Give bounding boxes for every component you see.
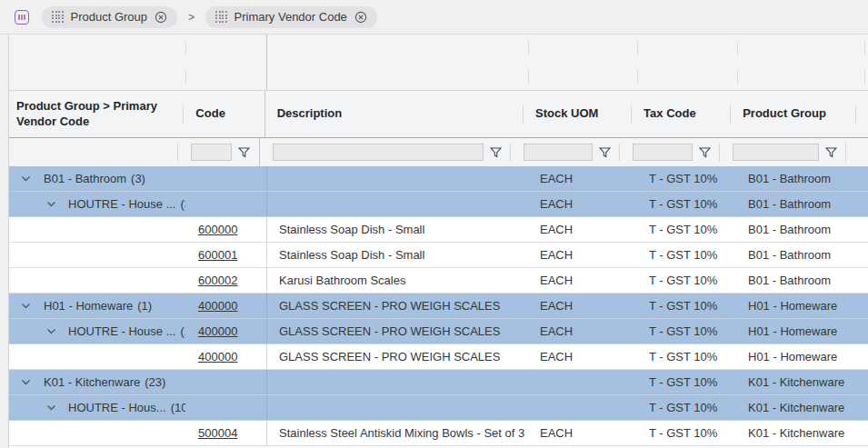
product-group-cell: B01 - Bathroom xyxy=(737,243,863,267)
tax-code-cell: T - GST 10% xyxy=(637,192,737,216)
chevron-down-icon[interactable] xyxy=(46,201,56,207)
description-cell-value: GLASS SCREEN - PRO WEIGH SCALES xyxy=(279,324,500,338)
code-cell xyxy=(185,192,266,216)
chevron-down-icon[interactable] xyxy=(46,328,56,334)
tax-code-cell-value: T - GST 10% xyxy=(649,197,717,211)
group-chip-product-group[interactable]: Product Group xyxy=(42,6,177,28)
table-row[interactable]: 500004Stainless Steel Antiskid Mixing Bo… xyxy=(9,421,868,446)
tax-code-cell-value: T - GST 10% xyxy=(649,223,717,236)
code-link[interactable]: 600002 xyxy=(198,274,237,287)
tax-code-cell-value: T - GST 10% xyxy=(649,172,717,185)
product-group-cell-value: K01 - Kitchenware xyxy=(748,426,844,440)
app-icon[interactable] xyxy=(15,10,29,25)
group-count: (3) xyxy=(131,172,145,185)
code-link[interactable]: 600000 xyxy=(198,223,237,236)
column-header-product-group[interactable]: Product Group xyxy=(731,91,856,137)
code-link[interactable]: 600001 xyxy=(198,248,237,262)
column-header-group[interactable]: Product Group > Primary Vendor Code xyxy=(9,91,184,137)
stock-uom-cell: EACH xyxy=(528,192,637,216)
filter-input-product-group[interactable] xyxy=(733,144,819,161)
code-cell xyxy=(185,166,266,191)
code-link[interactable]: 400000 xyxy=(198,299,237,313)
filter-cell-group xyxy=(9,138,178,166)
product-group-cell: K01 - Kitchenware xyxy=(737,395,863,420)
description-cell xyxy=(266,166,528,191)
description-cell xyxy=(266,192,528,216)
product-group-cell: B01 - Bathroom xyxy=(737,166,863,191)
description-cell-value: Karusi Bathroom Scales xyxy=(279,274,405,287)
product-group-cell-value: B01 - Bathroom xyxy=(748,172,831,185)
stock-uom-cell: EACH xyxy=(528,421,637,445)
description-cell: Karusi Bathroom Scales xyxy=(266,268,528,293)
filter-funnel-icon[interactable] xyxy=(238,147,250,158)
column-header-stock-uom[interactable]: Stock UOM xyxy=(524,91,632,137)
filter-funnel-icon[interactable] xyxy=(699,147,711,158)
table-row[interactable]: 600001Stainless Soap Dish - SmallEACHT -… xyxy=(9,243,868,268)
filter-input-tax-code[interactable] xyxy=(633,144,693,161)
drag-handle-icon[interactable] xyxy=(215,11,227,23)
group-chip-primary-vendor-code[interactable]: Primary Vendor Code xyxy=(205,6,377,28)
chevron-down-icon[interactable] xyxy=(21,379,31,385)
stock-uom-cell-value: EACH xyxy=(540,350,573,363)
tax-code-cell: T - GST 10% xyxy=(637,395,737,420)
tax-code-cell: T - GST 10% xyxy=(637,319,737,343)
stock-uom-cell: EACH xyxy=(528,344,637,369)
chevron-down-icon[interactable] xyxy=(46,404,56,411)
filter-funnel-icon[interactable] xyxy=(490,147,502,158)
chevron-down-icon[interactable] xyxy=(21,175,31,182)
product-group-cell: B01 - Bathroom xyxy=(737,268,863,293)
column-header-description[interactable]: Description xyxy=(264,91,524,137)
rows-container: B01 - Bathroom(3)EACHT - GST 10%B01 - Ba… xyxy=(9,166,868,446)
code-cell: 400000 xyxy=(185,319,266,343)
tax-code-cell: T - GST 10% xyxy=(637,344,737,369)
description-cell: GLASS SCREEN - PRO WEIGH SCALES xyxy=(266,344,528,369)
description-cell: Stainless Steel Antiskid Mixing Bowls - … xyxy=(266,421,528,445)
remove-group-icon[interactable] xyxy=(354,11,367,24)
tax-code-cell-value: T - GST 10% xyxy=(649,426,717,440)
product-group-cell-value: B01 - Bathroom xyxy=(748,197,831,211)
group-cell xyxy=(9,344,185,369)
code-link[interactable]: 400000 xyxy=(198,350,237,363)
product-group-cell: H01 - Homeware xyxy=(737,294,863,318)
table-row[interactable]: 600002Karusi Bathroom ScalesEACHT - GST … xyxy=(9,268,868,294)
tax-code-cell-value: T - GST 10% xyxy=(649,350,717,363)
chevron-down-icon[interactable] xyxy=(21,303,31,309)
column-header-code[interactable]: Code xyxy=(184,91,264,137)
group-row-level1[interactable]: K01 - Kitchenware(23)T - GST 10%K01 - Ki… xyxy=(9,370,868,395)
description-cell-value: GLASS SCREEN - PRO WEIGH SCALES xyxy=(279,350,500,363)
group-label: H01 - Homeware xyxy=(44,299,133,313)
group-row-level2[interactable]: HOUTRE - House ...(1)400000GLASS SCREEN … xyxy=(9,319,868,344)
group-row-level1[interactable]: H01 - Homeware(1)400000GLASS SCREEN - PR… xyxy=(9,294,868,319)
group-row-level2[interactable]: HOUTRE - Hous...(10)T - GST 10%K01 - Kit… xyxy=(9,395,868,421)
product-group-cell: B01 - Bathroom xyxy=(737,217,863,242)
product-group-cell: H01 - Homeware xyxy=(737,319,863,343)
filter-input-code[interactable] xyxy=(191,144,232,161)
filter-input-description[interactable] xyxy=(273,144,484,161)
drag-handle-icon[interactable] xyxy=(52,11,64,23)
tax-code-cell: T - GST 10% xyxy=(637,268,737,293)
group-row-level2[interactable]: HOUTRE - House ...(3)EACHT - GST 10%B01 … xyxy=(9,192,868,217)
code-cell: 600002 xyxy=(185,268,266,293)
tax-code-cell-value: T - GST 10% xyxy=(649,324,717,338)
stock-uom-cell: EACH xyxy=(528,217,637,242)
group-label: HOUTRE - House ... xyxy=(68,197,175,211)
group-row-level1[interactable]: B01 - Bathroom(3)EACHT - GST 10%B01 - Ba… xyxy=(9,166,868,192)
filter-funnel-icon[interactable] xyxy=(825,147,837,158)
table-row[interactable]: 400000GLASS SCREEN - PRO WEIGH SCALESEAC… xyxy=(9,344,868,370)
stock-uom-cell-value: EACH xyxy=(540,324,573,338)
column-header-tax-code[interactable]: Tax Code xyxy=(632,91,731,137)
description-cell-value: Stainless Soap Dish - Small xyxy=(279,223,424,236)
code-cell xyxy=(185,395,266,420)
stock-uom-cell-value: EACH xyxy=(540,197,573,211)
stock-uom-cell: EACH xyxy=(528,319,637,343)
group-cell: HOUTRE - House ...(3) xyxy=(9,192,185,216)
code-link[interactable]: 500004 xyxy=(198,426,237,440)
product-group-cell-value: K01 - Kitchenware xyxy=(748,401,844,414)
stock-uom-cell xyxy=(528,370,637,394)
table-row[interactable]: 600000Stainless Soap Dish - SmallEACHT -… xyxy=(9,217,868,243)
code-link[interactable]: 400000 xyxy=(198,324,237,338)
filter-funnel-icon[interactable] xyxy=(599,147,611,158)
remove-group-icon[interactable] xyxy=(155,11,167,24)
group-count: (1) xyxy=(137,299,152,313)
filter-input-stock-uom[interactable] xyxy=(524,144,593,161)
